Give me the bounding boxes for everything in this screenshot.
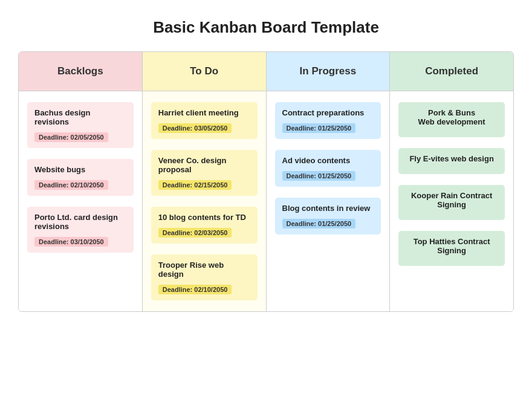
card-item[interactable]: 10 blog contents for TD Deadline: 02/03/…	[151, 207, 258, 244]
card-title: Blog contents in review	[282, 204, 374, 213]
card-title: Harriet client meeting	[158, 108, 250, 117]
card-deadline: Deadline: 03/05/2050	[158, 123, 232, 133]
column-body-todo: Harriet client meeting Deadline: 03/05/2…	[143, 91, 266, 311]
column-header-completed: Completed	[390, 52, 513, 91]
column-header-backlogs: Backlogs	[19, 52, 142, 91]
card-item[interactable]: Contract preparations Deadline: 01/25/20…	[275, 102, 381, 139]
card-item[interactable]: Harriet client meeting Deadline: 03/05/2…	[151, 102, 258, 139]
card-deadline: Deadline: 02/03/2050	[158, 228, 232, 238]
card-deadline: Deadline: 03/10/2050	[34, 237, 108, 247]
card-title: Website bugs	[34, 165, 126, 174]
card-item[interactable]: Veneer Co. design proposal Deadline: 02/…	[151, 150, 258, 196]
column-body-completed: Pork & BunsWeb development Fly E-vites w…	[390, 91, 513, 311]
card-item[interactable]: Top Hatties Contract Signing	[398, 231, 505, 266]
card-title: Veneer Co. design proposal	[158, 156, 250, 174]
card-item[interactable]: Website bugs Deadline: 02/10/2050	[27, 159, 134, 196]
card-title: 10 blog contents for TD	[158, 213, 250, 222]
card-deadline: Deadline: 02/10/2050	[34, 180, 108, 190]
card-deadline: Deadline: 01/25/2050	[282, 219, 356, 228]
column-header-inprogress: In Progress	[267, 52, 390, 91]
column-body-inprogress: Contract preparations Deadline: 01/25/20…	[267, 91, 390, 311]
card-item[interactable]: Ad video contents Deadline: 01/25/2050	[275, 150, 381, 187]
card-deadline: Deadline: 02/10/2050	[158, 285, 232, 294]
card-title: Top Hatties Contract Signing	[406, 237, 498, 255]
card-title: Kooper Rain Contract Signing	[406, 191, 498, 209]
kanban-board: Backlogs Bachus design revisions Deadlin…	[18, 51, 514, 312]
column-completed: Completed Pork & BunsWeb development Fly…	[390, 52, 513, 311]
column-todo: To Do Harriet client meeting Deadline: 0…	[143, 52, 267, 311]
card-title: Trooper Rise web design	[158, 261, 250, 279]
page-title: Basic Kanban Board Template	[153, 18, 379, 37]
card-item[interactable]: Trooper Rise web design Deadline: 02/10/…	[151, 254, 258, 300]
card-deadline: Deadline: 02/05/2050	[34, 132, 108, 142]
card-deadline: Deadline: 02/15/2050	[158, 180, 232, 190]
card-title: Bachus design revisions	[34, 108, 126, 126]
column-inprogress: In Progress Contract preparations Deadli…	[267, 52, 391, 311]
card-item[interactable]: Fly E-vites web design	[398, 148, 505, 174]
card-title: Contract preparations	[282, 108, 374, 117]
card-item[interactable]: Blog contents in review Deadline: 01/25/…	[275, 198, 381, 235]
card-deadline: Deadline: 01/25/2050	[282, 123, 356, 133]
column-body-backlogs: Bachus design revisions Deadline: 02/05/…	[19, 91, 142, 311]
card-item[interactable]: Bachus design revisions Deadline: 02/05/…	[27, 102, 134, 148]
card-item[interactable]: Kooper Rain Contract Signing	[398, 185, 505, 220]
card-item[interactable]: Pork & BunsWeb development	[398, 102, 505, 137]
card-title: Ad video contents	[282, 156, 374, 165]
card-title: Fly E-vites web design	[406, 154, 498, 163]
card-title: Porto Ltd. card design revisions	[34, 213, 126, 231]
column-header-todo: To Do	[143, 52, 266, 91]
card-item[interactable]: Porto Ltd. card design revisions Deadlin…	[27, 207, 134, 253]
column-backlogs: Backlogs Bachus design revisions Deadlin…	[19, 52, 143, 311]
card-title: Pork & BunsWeb development	[406, 108, 498, 126]
card-deadline: Deadline: 01/25/2050	[282, 171, 356, 181]
